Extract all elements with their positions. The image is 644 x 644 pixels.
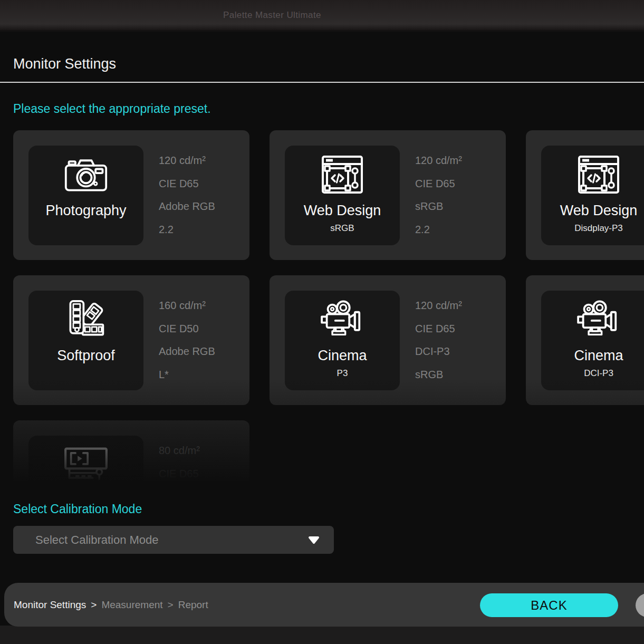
calibration-mode-label: Select Calibration Mode <box>13 502 142 516</box>
calibration-mode-dropdown[interactable]: Select Calibration Mode <box>13 526 334 554</box>
preset-detail: sRGB <box>415 363 462 387</box>
preset-detail: 120 cd/m² <box>415 294 462 318</box>
preset-detail: 2.2 <box>415 218 462 242</box>
camera-icon <box>28 155 143 194</box>
preset-detail: DCI-P3 <box>415 340 462 363</box>
preset-detail: 120 cd/m² <box>159 149 215 172</box>
preset-subtitle: P3 <box>285 368 400 379</box>
preset-grid: Photography 120 cd/m²CIE D65Adobe RGB2.2… <box>0 130 644 494</box>
footer-strip <box>0 626 644 644</box>
breadcrumb-separator: > <box>168 599 174 611</box>
preset-detail: CIE D65 <box>415 318 462 341</box>
preset-detail: Adobe RGB <box>159 195 215 218</box>
preset-card-cinema-dci-p3[interactable]: Cinema DCI-P3 <box>526 275 644 405</box>
preset-detail: sRGB <box>415 195 462 218</box>
preset-detail: CIE D65 <box>415 172 462 196</box>
page-title: Monitor Settings <box>13 56 116 72</box>
breadcrumb-separator: > <box>91 599 97 611</box>
app-title: Palette Master Ultimate <box>223 10 321 21</box>
preset-title: Softproof <box>28 348 143 364</box>
web-design-icon <box>285 155 400 194</box>
preset-tile: Web Design sRGB <box>285 146 400 245</box>
breadcrumb-item: Report <box>178 599 208 611</box>
preset-card-softproof[interactable]: Softproof 160 cd/m²CIE D50Adobe RGBL* <box>13 275 249 405</box>
swatches-icon <box>28 300 143 339</box>
preset-title: Web Design <box>541 203 644 219</box>
preset-detail: 80 cd/m² <box>159 439 200 463</box>
breadcrumb-item: Monitor Settings <box>14 599 86 611</box>
preset-title: Web Design <box>285 203 400 219</box>
preset-detail: CIE D65 <box>159 172 215 196</box>
preset-card-photography[interactable]: Photography 120 cd/m²CIE D65Adobe RGB2.2 <box>13 130 249 260</box>
preset-detail: 2.2 <box>159 218 215 242</box>
preset-detail: CIE D65 <box>159 463 200 486</box>
preset-tile <box>28 436 143 494</box>
chevron-down-icon <box>307 535 320 545</box>
preset-details: 160 cd/m²CIE D50Adobe RGBL* <box>159 294 215 386</box>
preset-tile: Photography <box>28 146 143 245</box>
preset-detail: Adobe RGB <box>159 340 215 363</box>
cinema-icon <box>285 300 400 339</box>
preset-card-web-design-srgb[interactable]: Web Design sRGB 120 cd/m²CIE D65sRGB2.2 <box>270 130 506 260</box>
preset-detail: CIE D50 <box>159 318 215 341</box>
preset-details: 120 cd/m²CIE D65DCI-P3sRGB <box>415 294 462 386</box>
cinema-icon <box>541 300 644 339</box>
app-window: Palette Master Ultimate Monitor Settings… <box>0 0 644 644</box>
breadcrumb: Monitor Settings>Measurement>Report <box>14 583 213 627</box>
preset-subtitle: Disdplay-P3 <box>541 223 644 234</box>
preset-detail: 120 cd/m² <box>415 149 462 172</box>
header-divider <box>0 82 644 83</box>
preset-title: Cinema <box>541 348 644 364</box>
title-bar: Palette Master Ultimate <box>0 0 644 32</box>
preset-tile: Cinema DCI-P3 <box>541 291 644 390</box>
preset-details: 120 cd/m²CIE D65Adobe RGB2.2 <box>159 149 215 241</box>
preset-details: 120 cd/m²CIE D65sRGB2.2 <box>415 149 462 241</box>
preset-details: 80 cd/m²CIE D65 <box>159 439 200 485</box>
web-design-icon <box>541 155 644 194</box>
preset-detail: 160 cd/m² <box>159 294 215 318</box>
preset-subtitle: sRGB <box>285 223 400 234</box>
preset-title: Photography <box>28 203 143 219</box>
calibration-mode-placeholder: Select Calibration Mode <box>35 533 159 547</box>
breadcrumb-item: Measurement <box>101 599 162 611</box>
preset-tile: Web Design Disdplay-P3 <box>541 146 644 245</box>
preset-subtitle: DCI-P3 <box>541 368 644 379</box>
preset-card-web-design-display-p3[interactable]: Web Design Disdplay-P3 <box>526 130 644 260</box>
preset-tile: Cinema P3 <box>285 291 400 390</box>
next-button-partial[interactable] <box>636 593 644 617</box>
video-icon <box>28 445 143 484</box>
preset-title: Cinema <box>285 348 400 364</box>
bottom-bar: Monitor Settings>Measurement>Report BACK <box>4 583 644 627</box>
preset-tile: Softproof <box>28 291 143 390</box>
preset-detail: L* <box>159 363 215 387</box>
preset-card-video[interactable]: 80 cd/m²CIE D65 <box>13 420 249 494</box>
preset-card-cinema-p3[interactable]: Cinema P3 120 cd/m²CIE D65DCI-P3sRGB <box>270 275 506 405</box>
back-button[interactable]: BACK <box>480 593 618 617</box>
preset-instruction: Please select the appropriate preset. <box>13 102 211 116</box>
